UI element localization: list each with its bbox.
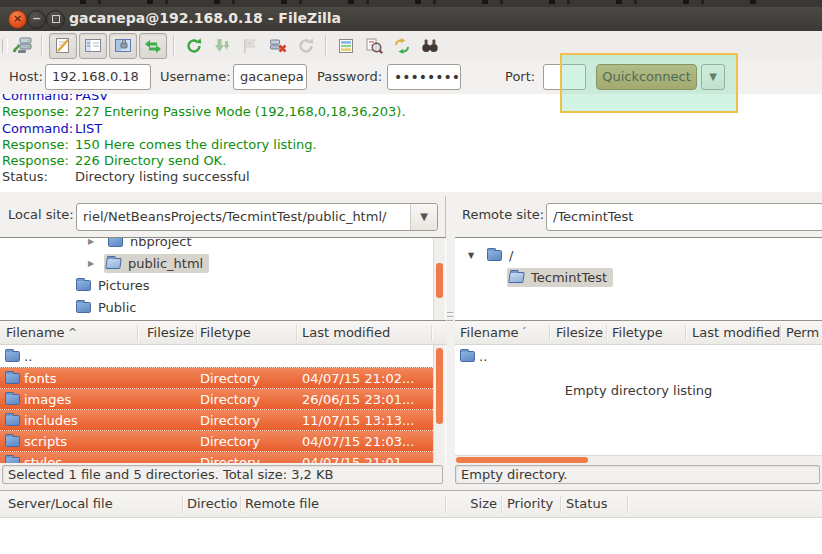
host-input[interactable]: 192.168.0.18 xyxy=(45,64,151,90)
expander-icon[interactable]: ▶ xyxy=(88,253,94,274)
cancel-flag-icon xyxy=(240,36,260,56)
column-last-modified[interactable]: Last modified xyxy=(302,321,390,344)
column-filetype[interactable]: Filetype xyxy=(200,321,251,344)
synchronized-browsing-icon xyxy=(392,36,412,56)
remote-status-text: Empty directory. xyxy=(455,465,820,484)
remote-status-bar: Empty directory. xyxy=(455,463,822,488)
sort-ascending-icon: ^ xyxy=(68,321,77,344)
folder-icon xyxy=(76,280,91,291)
remote-list-hscrollbar[interactable] xyxy=(455,455,822,463)
toolbar-separator xyxy=(173,36,175,56)
minimize-button[interactable]: − xyxy=(27,10,46,29)
column-status[interactable]: Status xyxy=(566,491,607,517)
scrollbar-thumb[interactable] xyxy=(436,348,443,424)
column-filename[interactable]: Filename xyxy=(460,321,519,344)
password-input[interactable]: •••••••• xyxy=(387,64,461,90)
local-directory-tree: ▶ nbproject ▶ public_html Pictures Publi… xyxy=(0,237,446,320)
tree-item-pictures[interactable]: Pictures xyxy=(0,275,430,296)
folder-icon xyxy=(5,415,20,426)
column-filetype[interactable]: Filetype xyxy=(612,321,663,344)
local-list-scrollbar[interactable] xyxy=(433,345,445,463)
expander-icon[interactable]: ▶ xyxy=(88,237,94,252)
remote-file-list: .. Empty directory listing xyxy=(455,345,822,455)
remote-directory-tree: ▼ / TecmintTest xyxy=(455,237,822,320)
cancel-button[interactable] xyxy=(237,34,263,58)
log-line: Command:PASV xyxy=(2,94,822,104)
directory-comparison-button[interactable] xyxy=(361,34,387,58)
local-site-combobox[interactable]: riel/NetBeansProjects/TecmintTest/public… xyxy=(76,203,438,231)
quickconnect-dropdown-button[interactable]: ▼ xyxy=(701,64,725,90)
column-permissions[interactable]: Perm xyxy=(786,321,819,344)
window-title: gacanepa@192.168.0.18 - FileZilla xyxy=(69,7,341,30)
filter-button[interactable] xyxy=(333,34,359,58)
pane-splitter[interactable] xyxy=(446,192,455,487)
tree-item-tecminttest[interactable]: TecmintTest xyxy=(455,267,815,288)
refresh-button[interactable] xyxy=(181,34,207,58)
disconnect-icon xyxy=(268,36,288,56)
port-label: Port: xyxy=(505,60,535,93)
file-row[interactable]: fonts Directory 04/07/15 21:02... xyxy=(0,367,433,388)
titlebar: × − gacanepa@192.168.0.18 - FileZilla xyxy=(0,7,822,32)
local-tree-scrollbar[interactable] xyxy=(433,238,445,320)
toggle-remote-tree-button[interactable] xyxy=(109,33,137,59)
toggle-transfer-queue-button[interactable] xyxy=(139,33,167,59)
remote-tree-icon xyxy=(113,36,133,56)
tree-item-nbproject[interactable]: ▶ nbproject xyxy=(0,237,430,252)
empty-directory-text: Empty directory listing xyxy=(455,383,822,398)
file-row[interactable]: includes Directory 11/07/15 13:13... xyxy=(0,409,433,430)
expander-icon[interactable]: ▼ xyxy=(468,245,474,266)
username-input[interactable]: gacanepa xyxy=(233,64,307,90)
column-filename[interactable]: Filename xyxy=(6,321,65,344)
reconnect-icon xyxy=(296,36,316,56)
folder-icon xyxy=(5,436,20,447)
log-line: Status:Directory listing successful xyxy=(2,169,822,185)
local-site-label: Local site: xyxy=(8,196,74,234)
log-line: Response:226 Directory send OK. xyxy=(2,153,822,169)
host-label: Host: xyxy=(9,60,43,93)
column-filesize[interactable]: Filesize xyxy=(555,321,603,344)
chevron-down-icon[interactable]: ▼ xyxy=(410,204,437,230)
scrollbar-thumb[interactable] xyxy=(436,263,443,298)
folder-icon xyxy=(76,302,91,313)
transfer-queue-icon xyxy=(143,36,163,56)
synchronized-browsing-button[interactable] xyxy=(389,34,415,58)
find-files-button[interactable] xyxy=(417,34,443,58)
file-row[interactable]: styles Directory 04/07/15 21:01 xyxy=(0,451,433,463)
column-last-modified[interactable]: Last modified xyxy=(692,321,780,344)
toggle-message-log-button[interactable] xyxy=(49,33,77,59)
quickconnect-button[interactable]: Quickconnect xyxy=(596,64,697,90)
file-row[interactable]: scripts Directory 04/07/15 21:03... xyxy=(0,430,433,451)
tree-item-root[interactable]: ▼ / xyxy=(455,245,815,266)
disconnect-button[interactable] xyxy=(265,34,291,58)
file-row[interactable]: .. xyxy=(0,346,433,367)
column-remote-file[interactable]: Remote file xyxy=(245,491,319,517)
remote-site-path: /TecmintTest xyxy=(553,204,819,230)
find-files-icon xyxy=(420,36,440,56)
sort-icon: ´ xyxy=(521,321,527,344)
tree-item-public[interactable]: Public xyxy=(0,297,430,318)
remote-list-header: Filename ´ Filesize Filetype Last modifi… xyxy=(455,320,822,345)
folder-icon xyxy=(5,394,20,405)
file-row[interactable]: images Directory 26/06/15 23:01... xyxy=(0,388,433,409)
tree-item-public-html[interactable]: ▶ public_html xyxy=(0,253,430,274)
filter-icon xyxy=(336,36,356,56)
close-button[interactable]: × xyxy=(8,10,27,29)
maximize-button[interactable] xyxy=(46,10,65,29)
column-size[interactable]: Size xyxy=(450,491,497,517)
remote-site-combobox[interactable]: /TecmintTest xyxy=(546,203,822,231)
folder-icon xyxy=(108,237,123,247)
column-filesize[interactable]: Filesize xyxy=(120,321,194,344)
port-input[interactable] xyxy=(543,64,586,90)
column-priority[interactable]: Priority xyxy=(507,491,553,517)
open-folder-icon xyxy=(508,272,525,283)
toggle-local-tree-button[interactable] xyxy=(79,33,107,59)
toolbar-grip[interactable] xyxy=(2,39,8,53)
reconnect-button[interactable] xyxy=(293,34,319,58)
process-queue-button[interactable] xyxy=(209,34,235,58)
menubar-strip xyxy=(0,0,822,7)
column-direction[interactable]: Directio xyxy=(187,491,238,517)
file-row[interactable]: .. xyxy=(455,346,821,367)
column-server-local-file[interactable]: Server/Local file xyxy=(8,491,113,517)
log-line: Response:227 Entering Passive Mode (192,… xyxy=(2,104,822,120)
site-manager-button[interactable] xyxy=(9,34,35,58)
